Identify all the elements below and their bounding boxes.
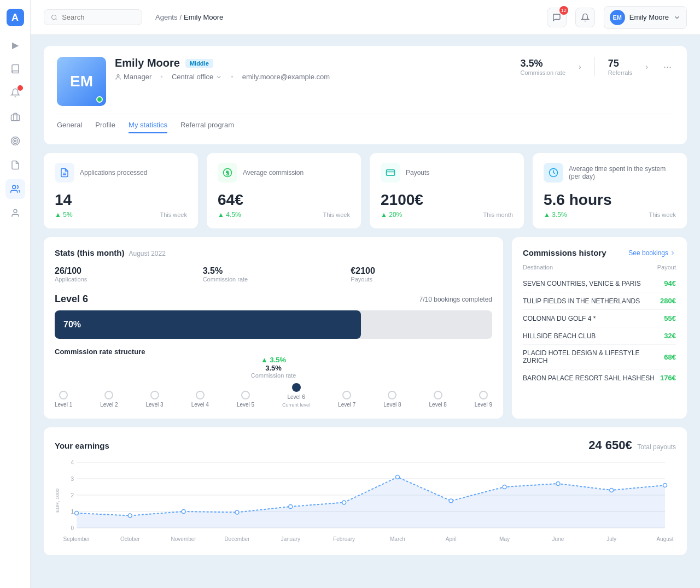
profile-stats: 3.5% Commission rate › 75 Referrals › ··… [520,57,674,77]
search-box[interactable] [44,9,142,25]
level-dot[interactable] [292,383,301,392]
level-progress-text: 7/10 bookings completed [419,296,492,303]
commission-destination: HILLSIDE BEACH CLUB [523,332,596,340]
topbar-right: 12 EM Emily Moore [547,6,687,29]
commission-row[interactable]: TULIP FIELDS IN THE NETHERLANDS280€ [523,292,676,310]
sidebar-item-bag[interactable] [5,107,25,127]
sidebar-item-document[interactable] [5,155,25,175]
applications-period: This week [160,211,187,218]
level-dot-item: Level 8 [383,391,401,408]
svg-point-25 [128,514,132,518]
level-dot-item: Level 5 [237,391,254,408]
stats-applications-val: 26/100 [55,266,196,276]
svg-text:2: 2 [71,492,74,498]
level-dot-label: Level 1 [55,402,72,408]
svg-point-29 [342,501,346,504]
commission-payout: 55€ [664,314,676,322]
svg-text:4: 4 [71,460,74,466]
level-dot[interactable] [434,391,442,399]
sidebar-item-book[interactable] [5,59,25,79]
time-period: This week [649,211,676,218]
commission-row[interactable]: SEVEN COUNTRIES, VENICE & PARIS94€ [523,275,676,292]
progress-pct-label: 70% [63,320,81,330]
level-dots: Level 1Level 2Level 3Level 4Level 5Level… [55,383,492,408]
applications-title: Applications processed [80,169,187,177]
level-dot[interactable] [342,391,351,399]
referrals-expand-button[interactable]: › [645,62,648,71]
svg-text:December: December [224,536,250,542]
referrals-value: 75 [608,58,619,69]
profile-info: Emily Moore Middle Manager • Central off… [115,57,511,81]
level-dot-item: Level 9 [475,391,492,408]
earnings-chart: 01234EUR, 1000SeptemberOctoberNovemberDe… [55,457,676,544]
earnings-title: Your earnings [55,441,109,450]
sidebar-item-people[interactable] [5,179,25,199]
time-footer: ▲ 3.5% This week [544,211,676,219]
svg-point-34 [610,489,614,492]
stat-card-header-2: Average commission [218,163,350,183]
commission-payout: 176€ [660,374,676,382]
stats-month-card: Stats (this month) August 2022 26/100 Ap… [44,237,503,419]
commission-rate-stat: 3.5% Commission rate [520,58,565,76]
search-input[interactable] [62,13,135,21]
stat-card-commission: Average commission 64€ ▲ 4.5% This week [207,153,361,228]
tab-my-statistics[interactable]: My statistics [129,121,167,133]
content-area: EM Emily Moore Middle Manager [31,35,700,588]
svg-point-32 [503,485,506,489]
svg-point-4 [12,185,15,189]
level-dot[interactable] [241,391,250,399]
commission-row[interactable]: BARON PALACE RESORT SAHL HASHESH176€ [523,369,676,386]
chevron-right-icon [669,250,676,256]
commission-payout: 94€ [664,279,676,287]
level-dot[interactable] [196,391,205,399]
sidebar-item-person-add[interactable] [5,203,25,223]
bell-button[interactable] [575,8,595,27]
sidebar-item-target[interactable] [5,131,25,151]
stat-card-header: Applications processed [55,163,187,183]
stat-card-time: Average time spent in the system (per da… [533,153,687,228]
commissions-col-headers: Destination Payout [523,264,676,271]
search-icon [51,14,57,21]
profile-office: Central office [172,73,222,81]
level-dot[interactable] [104,391,113,399]
applications-value: 14 [55,191,187,209]
svg-text:November: November [171,536,197,542]
stats-applications-label: Applications [55,276,196,283]
more-options-button[interactable]: ··· [661,59,674,75]
commission-destination: PLACID HOTEL DESIGN & LIFESTYLE ZURICH [523,349,664,364]
commission-payout: 68€ [664,353,676,361]
payouts-period: This month [483,211,513,218]
app-logo: A [7,9,24,26]
svg-text:July: July [606,536,616,542]
user-menu[interactable]: EM Emily Moore [604,6,687,29]
svg-point-26 [182,510,185,514]
see-bookings-link[interactable]: See bookings [628,249,676,257]
svg-text:October: October [120,536,140,542]
profile-card: EM Emily Moore Middle Manager [44,46,687,144]
level-dot[interactable] [150,391,159,399]
avg-commission-change: ▲ 4.5% [218,211,241,219]
avg-commission-period: This week [323,211,350,218]
tab-referral-program[interactable]: Referral program [180,121,234,133]
level-dot-item: Level 6Current level [282,383,310,408]
earnings-total-label: Total payouts [637,443,676,451]
sidebar-item-expand[interactable]: ▶ [5,35,25,55]
progress-bar-fill: 70% [55,310,361,339]
svg-text:EUR, 1000: EUR, 1000 [55,489,60,513]
tab-profile[interactable]: Profile [95,121,115,133]
commission-expand-button[interactable]: › [579,62,581,71]
commission-row[interactable]: PLACID HOTEL DESIGN & LIFESTYLE ZURICH68… [523,345,676,369]
breadcrumb-parent[interactable]: Agents [155,13,177,21]
messages-button[interactable]: 12 [547,8,567,27]
level-dot-label: Level 8 [429,402,447,408]
level-dot[interactable] [59,391,68,399]
sidebar-item-notifications[interactable] [5,83,25,103]
level-dot[interactable] [388,391,396,399]
svg-text:0: 0 [71,525,74,531]
svg-text:3: 3 [71,476,74,482]
payouts-value: 2100€ [381,191,513,209]
tab-general[interactable]: General [57,121,82,133]
commission-row[interactable]: HILLSIDE BEACH CLUB32€ [523,327,676,345]
commission-row[interactable]: COLONNA DU GOLF 4 *55€ [523,310,676,327]
level-dot[interactable] [479,391,488,399]
